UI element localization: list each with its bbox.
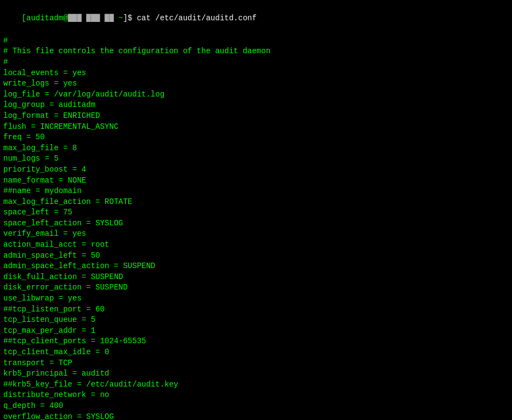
line: max_log_file = 8 xyxy=(3,143,509,154)
line: # xyxy=(3,36,509,47)
prompt-path: ~ xyxy=(114,14,123,22)
line: q_depth = 400 xyxy=(3,401,509,412)
file-content: ## This file controls the configuration … xyxy=(3,36,509,420)
prompt-command: cat /etc/audit/auditd.conf xyxy=(132,14,257,22)
line: verify_email = yes xyxy=(3,229,509,240)
line: disk_full_action = SUSPEND xyxy=(3,272,509,283)
line: use_libwrap = yes xyxy=(3,293,509,304)
line: priority_boost = 4 xyxy=(3,164,509,175)
line: name_format = NONE xyxy=(3,175,509,186)
line: tcp_listen_queue = 5 xyxy=(3,315,509,326)
terminal: [auditadm@███ ███ ██ ~]$ cat /etc/audit/… xyxy=(0,0,512,420)
line: # This file controls the configuration o… xyxy=(3,46,509,57)
line: action_mail_acct = root xyxy=(3,240,509,251)
prompt-user: [auditadm xyxy=(22,14,64,22)
line: log_format = ENRICHED xyxy=(3,111,509,122)
line: ##tcp_listen_port = 60 xyxy=(3,304,509,315)
line: admin_space_left = 50 xyxy=(3,251,509,262)
line: freq = 50 xyxy=(3,132,509,143)
line: ##krb5_key_file = /etc/audit/audit.key xyxy=(3,379,509,390)
line: admin_space_left_action = SUSPEND xyxy=(3,261,509,272)
line: num_logs = 5 xyxy=(3,154,509,164)
line: ##name = mydomain xyxy=(3,186,509,197)
prompt-dollar: ]$ xyxy=(123,14,132,22)
line: space_left = 75 xyxy=(3,207,509,218)
line: flush = INCREMENTAL_ASYNC xyxy=(3,122,509,133)
line: disk_error_action = SUSPEND xyxy=(3,282,509,293)
prompt-at: @ xyxy=(63,14,67,22)
line: max_log_file_action = ROTATE xyxy=(3,197,509,208)
line: distribute_network = no xyxy=(3,390,509,401)
prompt-host-masked: ███ ███ ██ xyxy=(68,14,114,22)
line: tcp_client_max_idle = 0 xyxy=(3,347,509,358)
line: krb5_principal = auditd xyxy=(3,368,509,379)
line: tcp_max_per_addr = 1 xyxy=(3,326,509,337)
line: local_events = yes xyxy=(3,68,509,79)
line: # xyxy=(3,57,509,68)
line: ##tcp_client_ports = 1024-65535 xyxy=(3,336,509,347)
line: transport = TCP xyxy=(3,358,509,369)
line: overflow_action = SYSLOG xyxy=(3,412,509,420)
line: log_group = auditadm xyxy=(3,100,509,111)
prompt-line: [auditadm@███ ███ ██ ~]$ cat /etc/audit/… xyxy=(3,2,509,35)
line: write_logs = yes xyxy=(3,78,509,89)
line: log_file = /var/log/audit/audit.log xyxy=(3,89,509,100)
line: space_left_action = SYSLOG xyxy=(3,218,509,229)
